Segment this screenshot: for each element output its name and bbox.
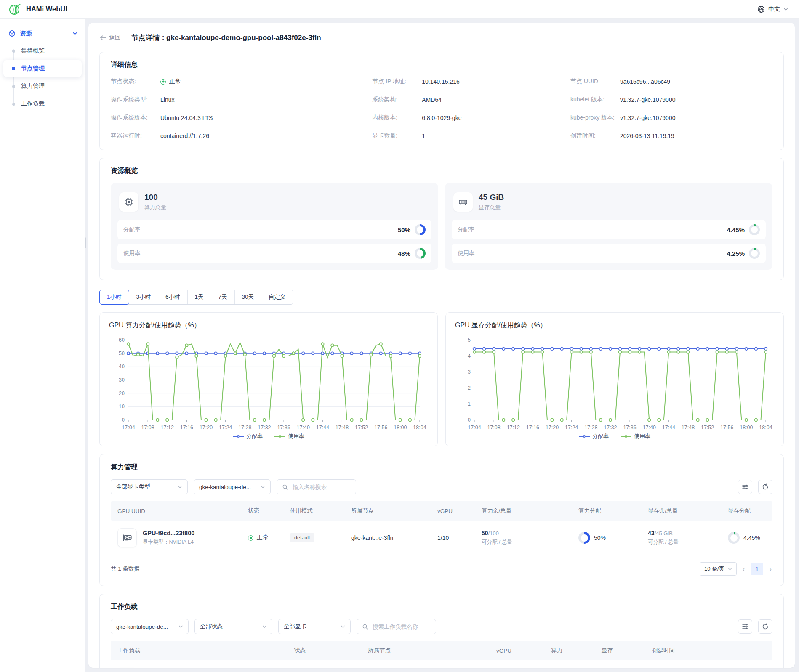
compute-usage-rate-value: 48% [398, 250, 410, 257]
workload-node-select[interactable]: gke-kantaloupe-de... [111, 619, 189, 634]
memory-icon [453, 192, 473, 212]
sidebar-item-workloads[interactable]: 工作负载 [3, 96, 82, 112]
compute-trend-chart[interactable]: 010203040506017:0417:0817:1217:1617:2017… [109, 336, 428, 432]
svg-text:17:28: 17:28 [584, 425, 597, 430]
sidebar-section-label: 资源 [20, 29, 32, 37]
topbar: HAMi WebUI 中文 [0, 0, 799, 19]
workload-title: 工作负载 [111, 603, 772, 611]
sidebar-item-node-management[interactable]: 节点管理 [3, 60, 82, 77]
donut-chart [415, 224, 426, 235]
workload-search-input[interactable] [372, 623, 431, 630]
tab-6h[interactable]: 6小时 [158, 290, 188, 304]
table-settings-button[interactable] [738, 480, 752, 494]
field-os-type: 操作系统类型: Linux [111, 96, 372, 104]
gpu-vgpu-cell: 1/10 [437, 534, 482, 541]
tab-1d[interactable]: 1天 [188, 290, 211, 304]
globe-icon [757, 5, 765, 13]
field-kubelet-version: kubelet 版本: v1.32.7-gke.1079000 [570, 96, 772, 104]
workload-table-row: gpuburn-...-lb77m 运行中 gke-kant...e-3fln … [111, 660, 772, 668]
svg-text:18:04: 18:04 [413, 425, 426, 430]
column-settings-icon [742, 483, 748, 490]
tab-7d[interactable]: 7天 [211, 290, 235, 304]
tab-custom[interactable]: 自定义 [261, 290, 293, 304]
refresh-button[interactable] [758, 480, 772, 494]
page-number-button[interactable]: 1 [751, 563, 763, 575]
svg-text:17:24: 17:24 [565, 425, 578, 430]
memory-total-label: 显存总量 [479, 204, 504, 211]
field-kube-proxy-version: kube-proxy 版本: v1.32.7-gke.1079000 [570, 114, 772, 122]
tab-3h[interactable]: 3小时 [129, 290, 159, 304]
gpu-card-icon [117, 528, 137, 547]
sidebar-section-resources[interactable]: 资源 [0, 25, 85, 42]
chevron-down-icon [728, 568, 732, 571]
back-button[interactable]: 返回 [99, 34, 121, 42]
language-switcher[interactable]: 中文 [757, 5, 788, 13]
svg-text:60: 60 [119, 337, 125, 343]
chart-legend: 分配率 使用率 [109, 433, 428, 440]
svg-text:17:32: 17:32 [258, 425, 271, 430]
sidebar-resize-handle[interactable] [85, 237, 86, 248]
compute-management-card: 算力管理 全部显卡类型 gke-kantaloupe-de... [99, 454, 784, 586]
mem-alloc-cell: 4.45% [728, 532, 766, 544]
gpu-uuid-link[interactable]: GPU-f9cd...23f800 [143, 530, 194, 537]
resource-overview-title: 资源概览 [111, 167, 772, 175]
field-gpu-count: 显卡数量: 1 [372, 132, 570, 140]
sidebar-item-compute-management[interactable]: 算力管理 [3, 78, 82, 95]
main-panel: 返回 节点详情 : gke-kantaloupe-demo-gpu-pool-a… [88, 23, 795, 668]
workload-gpu-select[interactable]: 全部显卡 [278, 619, 351, 634]
workload-search-box [357, 619, 436, 634]
workload-card: 工作负载 gke-kantaloupe-de... 全部状态 全部显卡 [99, 594, 784, 668]
table-settings-button[interactable] [738, 619, 752, 634]
column-settings-icon [742, 623, 748, 630]
chevron-down-icon [178, 485, 182, 489]
svg-text:3: 3 [468, 369, 471, 375]
svg-text:17:16: 17:16 [526, 425, 539, 430]
tab-30d[interactable]: 30天 [235, 290, 262, 304]
svg-text:2: 2 [468, 385, 471, 391]
resource-overview-grid: 100 算力总量 分配率 50% 使用率 [111, 183, 772, 270]
status-ok-icon [248, 535, 253, 541]
legend-alloc[interactable]: 分配率 [579, 433, 609, 440]
svg-text:17:44: 17:44 [316, 425, 329, 430]
field-node-status: 节点状态: 正常 [111, 78, 372, 85]
compute-total-value: 100 [144, 193, 166, 202]
donut-chart [749, 224, 760, 235]
legend-alloc[interactable]: 分配率 [233, 433, 263, 440]
svg-text:50: 50 [119, 351, 125, 356]
legend-usage[interactable]: 使用率 [621, 433, 650, 440]
memory-total-value: 45 GiB [479, 193, 504, 202]
svg-text:17:20: 17:20 [200, 425, 213, 430]
compute-trend-chart-title: GPU 算力分配/使用趋势（%） [109, 321, 428, 330]
node-select[interactable]: gke-kantaloupe-de... [194, 479, 271, 494]
sidebar-item-label: 算力管理 [21, 82, 45, 90]
refresh-button[interactable] [758, 619, 772, 634]
back-label: 返回 [109, 34, 121, 42]
gpu-search-input[interactable] [292, 483, 351, 491]
chevron-down-icon [341, 625, 345, 628]
workload-status-select[interactable]: 全部状态 [194, 619, 272, 634]
back-arrow-icon [99, 35, 107, 41]
memory-trend-chart[interactable]: 01234517:0417:0817:1217:1617:2017:2417:2… [455, 336, 774, 432]
tab-1h[interactable]: 1小时 [99, 290, 129, 305]
memory-alloc-rate-row: 分配率 4.45% [452, 220, 766, 239]
gpu-chip-icon [119, 192, 138, 212]
svg-text:17:08: 17:08 [141, 425, 154, 430]
svg-text:20: 20 [119, 390, 125, 396]
page-size-select[interactable]: 10 条/页 [700, 562, 737, 576]
divider [126, 34, 126, 42]
gpu-type-select[interactable]: 全部显卡类型 [111, 479, 188, 494]
svg-text:17:56: 17:56 [374, 425, 387, 430]
next-page-button[interactable]: › [768, 566, 772, 573]
sidebar-item-cluster-overview[interactable]: 集群概览 [3, 42, 82, 59]
field-node-ip: 节点 IP 地址: 10.140.15.216 [372, 78, 570, 85]
prev-page-button[interactable]: ‹ [742, 566, 746, 573]
search-icon [282, 484, 288, 490]
hami-logo-icon [8, 3, 21, 16]
svg-text:17:36: 17:36 [623, 425, 636, 430]
svg-text:17:40: 17:40 [643, 425, 656, 430]
svg-text:17:40: 17:40 [297, 425, 310, 430]
language-label: 中文 [768, 5, 780, 13]
memory-usage-rate-value: 4.25% [727, 250, 745, 257]
memory-alloc-rate-value: 4.45% [727, 226, 745, 234]
legend-usage[interactable]: 使用率 [274, 433, 304, 440]
